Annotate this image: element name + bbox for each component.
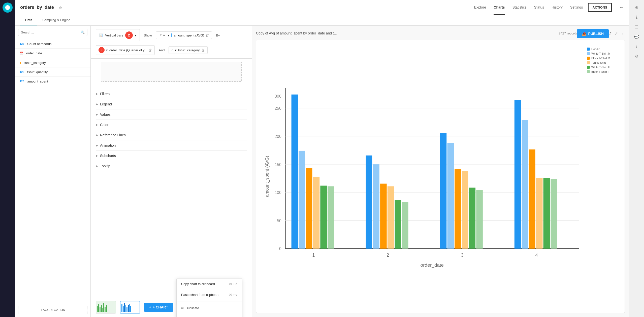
field-name: amount_spent xyxy=(27,80,48,83)
menu-divider xyxy=(177,301,242,301)
copy-chart-label: Copy chart to clipboard xyxy=(181,282,215,286)
legend-swatch-white-m xyxy=(587,52,590,55)
actions-button[interactable]: ACTIONS xyxy=(588,3,612,12)
nav-status[interactable]: Status xyxy=(534,0,544,15)
second-delete-icon[interactable]: 🗑 xyxy=(201,48,205,52)
nav-explore[interactable]: Explore xyxy=(474,0,486,15)
svg-text:order_date: order_date xyxy=(421,262,444,268)
duplicate-item[interactable]: ⧉ Duplicate xyxy=(177,302,242,313)
paste-chart-label: Paste chart from clipboard xyxy=(181,293,219,297)
left-rail xyxy=(0,0,15,317)
svg-rect-23 xyxy=(388,186,394,249)
add-chart-button[interactable]: + + CHART xyxy=(144,303,173,312)
y-axis-pill: Y ▾ amount_spent (AVG) 🗑 xyxy=(156,31,212,39)
chevron-down-icon: ▾ xyxy=(135,33,137,37)
svg-text:200: 200 xyxy=(275,134,281,139)
by-label: By xyxy=(216,33,220,37)
nav-statistics[interactable]: Statistics xyxy=(512,0,527,15)
and-label: And xyxy=(159,48,165,52)
svg-rect-25 xyxy=(402,202,408,249)
svg-rect-18 xyxy=(320,186,327,249)
info-icon[interactable]: ℹ xyxy=(636,15,637,20)
panel-filters[interactable]: ▶ Filters xyxy=(96,89,247,99)
plus-right-icon[interactable]: ⊕ xyxy=(635,5,638,10)
chart-type-label: Vertical bars xyxy=(105,33,123,37)
svg-text:150: 150 xyxy=(275,163,281,167)
search-area: 🔍 xyxy=(15,26,90,39)
panel-color[interactable]: ▶ Color xyxy=(96,120,247,130)
chevron-right-icon: ▶ xyxy=(96,102,98,106)
y-select[interactable]: Y xyxy=(159,33,166,37)
svg-text:50: 50 xyxy=(277,219,281,223)
field-name: tshirt_category xyxy=(24,61,46,65)
aggregation-button[interactable]: + AGGREGATION xyxy=(18,306,87,314)
svg-rect-29 xyxy=(462,171,468,249)
publish-button[interactable]: 📤 PUBLISH xyxy=(577,29,609,38)
delete-item[interactable]: 🗑 Delete xyxy=(177,313,242,317)
chart-svg-container: amount_spent (AVG) xyxy=(256,40,625,313)
gear-icon[interactable]: ⚙ xyxy=(635,54,638,59)
svg-text:250: 250 xyxy=(275,106,281,110)
db-settings-icon[interactable]: ⊙ xyxy=(59,6,62,10)
svg-text:0: 0 xyxy=(279,247,281,251)
legend-label-white-f: White T-Shirt F xyxy=(591,66,610,69)
panel-values[interactable]: ▶ Values xyxy=(96,109,247,120)
field-list: 123 Count of records 📅 order_date T tshi… xyxy=(15,39,90,303)
x-delete-icon[interactable]: 🗑 xyxy=(148,48,152,52)
sidebar: 🔍 123 Count of records 📅 order_date T ts… xyxy=(15,26,91,317)
nav-settings[interactable]: Settings xyxy=(570,0,583,15)
chevron-right-icon: ▶ xyxy=(96,123,98,127)
second-field-value: tshirt_category xyxy=(178,48,200,52)
nav-charts[interactable]: Charts xyxy=(494,0,505,15)
field-count-of-records[interactable]: 123 Count of records xyxy=(15,39,90,49)
panel-subcharts[interactable]: ▶ Subcharts xyxy=(96,151,247,161)
filters-drop-zone[interactable] xyxy=(101,62,242,82)
list-icon[interactable]: ☰ xyxy=(635,25,638,29)
chart-thumbnail-2[interactable] xyxy=(120,301,140,313)
legend-label-black-f: Black T-Shirt F xyxy=(591,70,609,73)
chart-thumbnail-1[interactable] xyxy=(96,301,116,313)
context-menu: Copy chart to clipboard ⌘ + c Paste char… xyxy=(176,278,242,317)
chart-plot: amount_spent (AVG) xyxy=(261,45,583,308)
filters-section xyxy=(91,59,252,85)
search-input[interactable] xyxy=(21,30,79,34)
chat-icon[interactable]: 💬 xyxy=(634,34,639,39)
second-separator: ▾ xyxy=(175,48,177,52)
panel-animation[interactable]: ▶ Animation xyxy=(96,140,247,151)
back-button[interactable]: ← xyxy=(619,5,624,10)
chevron-right-icon: ▶ xyxy=(96,133,98,137)
panel-tooltip[interactable]: ▶ Tooltip xyxy=(96,161,247,171)
paste-chart-item[interactable]: Paste chart from clipboard ⌘ + v xyxy=(177,289,242,300)
field-amount-spent[interactable]: 123 amount_spent xyxy=(15,77,90,86)
more-options-button[interactable]: ⋮ xyxy=(621,31,625,36)
expand-button[interactable]: ⤢ xyxy=(615,31,618,36)
panel-label: Animation xyxy=(100,143,116,147)
duplicate-icon: ⧉ xyxy=(181,306,183,310)
chart-title: Copy of Avg of amount_spent by order_dat… xyxy=(256,31,337,35)
panel-label: Legend xyxy=(100,102,112,106)
search-wrap[interactable]: 🔍 xyxy=(18,29,87,36)
field-order-date[interactable]: 📅 order_date xyxy=(15,49,90,58)
y-delete-icon[interactable]: 🗑 xyxy=(206,33,209,37)
right-rail: ⊕ ℹ ☰ 💬 ↓ ⚙ xyxy=(629,0,644,317)
download-icon[interactable]: ↓ xyxy=(636,44,638,49)
app-logo[interactable] xyxy=(3,3,13,13)
tab-sampling[interactable]: Sampling & Engine xyxy=(37,15,75,25)
panel-label: Subcharts xyxy=(100,154,116,158)
tab-data[interactable]: Data xyxy=(20,15,37,25)
legend-tennis-shirt: Tennis Shirt xyxy=(587,61,620,64)
context-menu-container: 1 Copy chart to clipboard ⌘ + c Paste ch… xyxy=(176,278,184,287)
field-tshirt-quantity[interactable]: 123 tshirt_quantity xyxy=(15,67,90,77)
panel-legend[interactable]: ▶ Legend xyxy=(96,99,247,109)
copy-chart-item[interactable]: Copy chart to clipboard ⌘ + c xyxy=(177,279,242,289)
add-chart-label: + CHART xyxy=(153,305,168,309)
nav-history[interactable]: History xyxy=(552,0,563,15)
svg-rect-26 xyxy=(440,133,447,249)
field-icon-str: T xyxy=(19,61,22,65)
legend-swatch-tennis xyxy=(587,61,590,64)
svg-rect-33 xyxy=(522,120,528,249)
duplicate-label: Duplicate xyxy=(185,306,199,310)
field-tshirt-category[interactable]: T tshirt_category xyxy=(15,58,90,67)
panel-reference-lines[interactable]: ▶ Reference Lines xyxy=(96,130,247,140)
chart-type-select[interactable]: 📊 Vertical bars 2 ▾ xyxy=(96,29,140,41)
